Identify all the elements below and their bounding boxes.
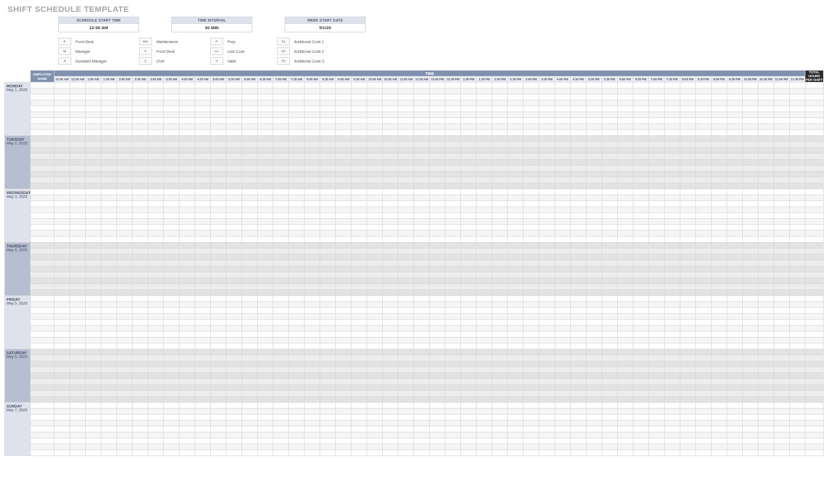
shift-cell[interactable] [320,332,336,337]
shift-cell[interactable] [367,189,383,195]
shift-cell[interactable] [180,409,195,415]
shift-cell[interactable] [727,130,742,136]
shift-cell[interactable] [774,136,789,142]
shift-cell[interactable] [523,290,539,296]
shift-cell[interactable] [414,225,430,231]
shift-cell[interactable] [305,237,320,243]
shift-cell[interactable] [492,290,508,296]
shift-cell[interactable] [367,355,383,361]
shift-cell[interactable] [148,337,164,343]
employee-name-cell[interactable] [31,177,54,183]
shift-cell[interactable] [617,290,633,296]
shift-cell[interactable] [602,343,617,349]
shift-cell[interactable] [539,148,555,154]
shift-cell[interactable] [477,355,492,361]
shift-cell[interactable] [258,314,273,320]
shift-cell[interactable] [539,426,555,432]
shift-cell[interactable] [289,160,305,165]
shift-cell[interactable] [789,207,805,213]
shift-cell[interactable] [211,361,226,367]
shift-cell[interactable] [648,254,664,260]
shift-cell[interactable] [758,136,774,142]
shift-cell[interactable] [617,243,633,248]
shift-cell[interactable] [70,82,86,88]
shift-cell[interactable] [258,112,273,118]
shift-cell[interactable] [70,278,86,284]
shift-cell[interactable] [523,361,539,367]
shift-cell[interactable] [211,438,226,444]
shift-cell[interactable] [445,314,461,320]
shift-cell[interactable] [398,290,414,296]
shift-cell[interactable] [148,148,164,154]
shift-cell[interactable] [289,201,305,207]
shift-cell[interactable] [164,278,180,284]
shift-cell[interactable] [86,237,101,243]
shift-cell[interactable] [164,142,180,148]
shift-cell[interactable] [570,231,586,237]
shift-cell[interactable] [742,332,758,337]
shift-cell[interactable] [195,94,211,100]
shift-cell[interactable] [602,349,617,355]
shift-cell[interactable] [398,219,414,225]
shift-cell[interactable] [789,415,805,420]
shift-cell[interactable] [336,260,351,266]
shift-cell[interactable] [461,243,477,248]
shift-cell[interactable] [758,379,774,385]
shift-cell[interactable] [695,189,711,195]
shift-cell[interactable] [445,290,461,296]
shift-cell[interactable] [570,290,586,296]
shift-cell[interactable] [633,177,648,183]
shift-cell[interactable] [101,118,117,124]
shift-cell[interactable] [648,302,664,308]
shift-cell[interactable] [320,272,336,278]
shift-cell[interactable] [664,118,680,124]
shift-cell[interactable] [86,320,101,326]
employee-name-cell[interactable] [31,183,54,189]
shift-cell[interactable] [758,94,774,100]
shift-cell[interactable] [680,332,695,337]
shift-cell[interactable] [383,349,398,355]
shift-cell[interactable] [367,361,383,367]
shift-cell[interactable] [305,284,320,290]
shift-cell[interactable] [117,171,133,177]
shift-cell[interactable] [570,260,586,266]
shift-cell[interactable] [148,373,164,379]
shift-cell[interactable] [86,231,101,237]
shift-cell[interactable] [101,343,117,349]
shift-cell[interactable] [648,385,664,391]
shift-cell[interactable] [508,444,523,450]
shift-cell[interactable] [101,302,117,308]
shift-cell[interactable] [211,189,226,195]
shift-cell[interactable] [148,320,164,326]
shift-cell[interactable] [570,142,586,148]
shift-cell[interactable] [180,444,195,450]
shift-cell[interactable] [164,320,180,326]
shift-cell[interactable] [492,82,508,88]
shift-cell[interactable] [54,450,70,456]
shift-cell[interactable] [133,403,148,409]
shift-cell[interactable] [633,260,648,266]
shift-cell[interactable] [523,367,539,373]
shift-cell[interactable] [70,130,86,136]
shift-cell[interactable] [414,343,430,349]
shift-cell[interactable] [180,219,195,225]
shift-cell[interactable] [633,290,648,296]
shift-cell[interactable] [117,195,133,201]
shift-cell[interactable] [492,409,508,415]
employee-name-cell[interactable] [31,195,54,201]
shift-cell[interactable] [305,320,320,326]
shift-cell[interactable] [351,94,367,100]
shift-cell[interactable] [86,100,101,106]
shift-cell[interactable] [727,201,742,207]
shift-cell[interactable] [727,272,742,278]
shift-cell[interactable] [164,296,180,302]
shift-cell[interactable] [555,231,570,237]
shift-cell[interactable] [258,201,273,207]
shift-cell[interactable] [273,314,289,320]
shift-cell[interactable] [70,88,86,94]
shift-cell[interactable] [680,397,695,403]
shift-cell[interactable] [54,100,70,106]
shift-cell[interactable] [648,118,664,124]
shift-cell[interactable] [789,409,805,415]
shift-cell[interactable] [70,183,86,189]
